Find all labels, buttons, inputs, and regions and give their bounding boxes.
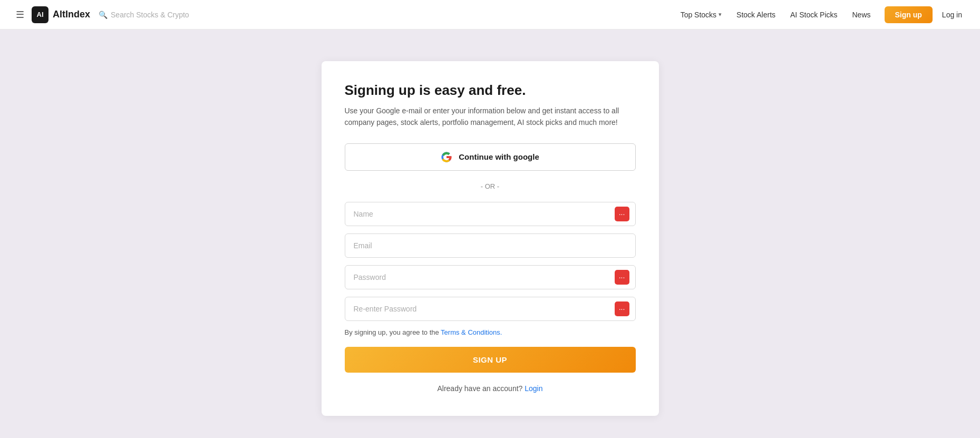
main-nav: Top Stocks ▾ Stock Alerts AI Stock Picks… <box>675 6 967 23</box>
card-title: Signing up is easy and free. <box>345 82 636 99</box>
search-input[interactable] <box>111 11 246 19</box>
dots-icon: ··· <box>619 210 625 218</box>
nav-stock-alerts[interactable]: Stock Alerts <box>731 7 781 22</box>
google-signin-button[interactable]: Continue with google <box>345 143 636 171</box>
login-prompt: Already have an account? Login <box>345 384 636 393</box>
password-input[interactable] <box>345 265 636 289</box>
name-input[interactable] <box>345 202 636 226</box>
name-field-icon[interactable]: ··· <box>615 207 629 221</box>
or-divider: - OR - <box>345 182 636 190</box>
logo-link[interactable]: AI AltIndex <box>32 6 90 23</box>
reenter-password-field-group: ··· <box>345 297 636 321</box>
search-container: 🔍 <box>99 11 246 19</box>
search-icon: 🔍 <box>99 11 108 19</box>
email-field-group <box>345 233 636 258</box>
main-content: Signing up is easy and free. Use your Go… <box>0 30 980 438</box>
nav-top-stocks[interactable]: Top Stocks ▾ <box>675 7 727 22</box>
signup-button[interactable]: SIGN UP <box>345 347 636 373</box>
signup-card: Signing up is easy and free. Use your Go… <box>322 61 659 416</box>
logo-icon: AI <box>32 6 48 23</box>
header-signup-button[interactable]: Sign up <box>885 6 933 23</box>
card-subtitle: Use your Google e-mail or enter your inf… <box>345 105 636 129</box>
nav-news[interactable]: News <box>847 7 876 22</box>
header-login-button[interactable]: Log in <box>937 6 967 23</box>
password-field-icon[interactable]: ··· <box>615 270 629 285</box>
dots-icon: ··· <box>619 305 625 313</box>
dots-icon: ··· <box>619 273 625 281</box>
google-logo-icon <box>441 151 452 163</box>
reenter-password-input[interactable] <box>345 297 636 321</box>
login-link[interactable]: Login <box>525 384 542 393</box>
header: ☰ AI AltIndex 🔍 Top Stocks ▾ Stock Alert… <box>0 0 980 30</box>
reenter-password-field-icon[interactable]: ··· <box>615 301 629 316</box>
logo-text: AltIndex <box>53 9 90 20</box>
terms-text: By signing up, you agree to the Terms & … <box>345 328 636 336</box>
name-field-group: ··· <box>345 202 636 226</box>
password-field-group: ··· <box>345 265 636 289</box>
nav-ai-stock-picks[interactable]: AI Stock Picks <box>785 7 842 22</box>
terms-link[interactable]: Terms & Conditions. <box>441 328 502 336</box>
chevron-down-icon: ▾ <box>719 11 722 18</box>
email-input[interactable] <box>345 233 636 258</box>
google-btn-label: Continue with google <box>459 152 539 161</box>
menu-button[interactable]: ☰ <box>13 7 27 23</box>
